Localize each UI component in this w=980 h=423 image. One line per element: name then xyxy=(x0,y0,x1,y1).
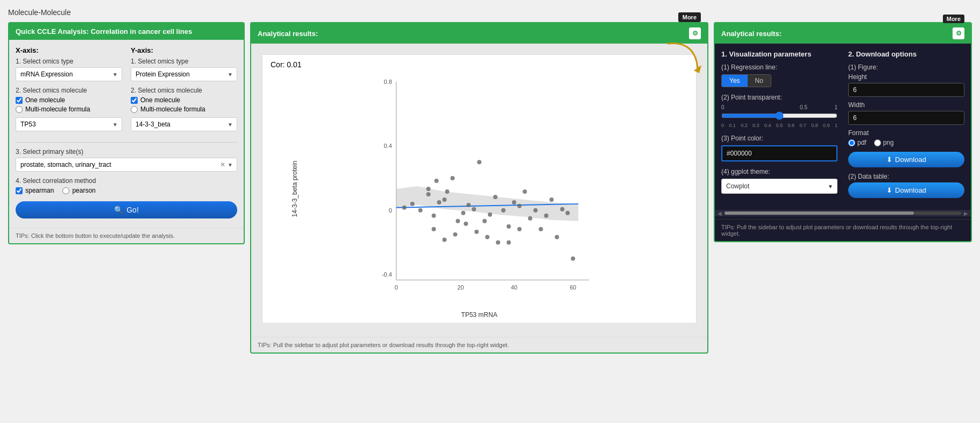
format-row: pdf png xyxy=(848,139,964,146)
more-tooltip: More xyxy=(678,12,701,22)
y-axis-chart-label: 14-3-3_beta protein xyxy=(291,161,299,217)
theme-select-wrapper: Cowplot Classic Minimal BW Default ▼ xyxy=(721,179,837,194)
x-multi-molecule-radio[interactable] xyxy=(16,106,23,113)
y-molecule-select[interactable]: 14-3-3_beta TP53 BRCA1 xyxy=(131,117,237,131)
x-multi-molecule-label: Multi-molecule formula xyxy=(25,105,90,113)
y-step2-label: 2. Select omics molecule xyxy=(131,87,237,94)
y-axis-title: Y-axis: xyxy=(131,46,237,54)
svg-point-44 xyxy=(453,232,457,237)
theme-select[interactable]: Cowplot Classic Minimal BW Default xyxy=(721,179,837,194)
svg-point-33 xyxy=(528,216,532,221)
svg-point-37 xyxy=(549,198,553,202)
format-pdf-label[interactable]: pdf xyxy=(848,139,867,146)
chart-container: Cor: 0.01 14-3-3_beta protein TP53 mRNA … xyxy=(262,54,697,323)
middle-panel: Analytical results: More ⚙ Cor: 0.01 14-… xyxy=(250,22,708,354)
svg-text:0: 0 xyxy=(389,207,392,214)
primary-sites-wrapper: prostate, stomach, urinary_tract ✕ ▼ xyxy=(16,158,237,172)
svg-point-46 xyxy=(474,230,479,234)
y-multi-molecule-radio[interactable] xyxy=(131,106,138,113)
svg-point-42 xyxy=(431,227,436,231)
y-molecule-type-group: One molecule Multi-molecule formula xyxy=(131,96,237,113)
spearman-checkbox[interactable] xyxy=(16,187,23,194)
svg-text:40: 40 xyxy=(511,284,517,291)
svg-point-18 xyxy=(442,198,446,202)
scroll-thumb[interactable] xyxy=(725,211,914,215)
width-input[interactable] xyxy=(848,111,964,125)
download-title: 2. Download options xyxy=(848,50,964,58)
spearman-label: spearman xyxy=(25,187,54,194)
correlation-method-section: 4. Select correlation method spearman pe… xyxy=(16,177,237,196)
download-table-btn[interactable]: ⬇ Download xyxy=(848,182,964,198)
slider-range-labels: 0 0.5 1 xyxy=(721,104,837,110)
svg-point-29 xyxy=(507,224,511,229)
search-icon: 🔍 xyxy=(114,206,123,214)
y-one-molecule-item: One molecule xyxy=(131,96,237,104)
step3-label: 3. Select primary site(s) xyxy=(16,148,237,156)
go-button[interactable]: 🔍 Go! xyxy=(16,201,237,218)
svg-point-31 xyxy=(517,204,522,208)
download-icon-2: ⬇ xyxy=(886,186,892,194)
scroll-right-arrow[interactable]: ▶ xyxy=(964,210,968,216)
svg-point-17 xyxy=(437,200,441,205)
svg-point-52 xyxy=(434,179,438,183)
right-panel-scrollbar[interactable]: ◀ ▶ xyxy=(715,210,971,216)
x-molecule-wrapper: TP53 BRCA1 MYC ▼ xyxy=(16,117,122,131)
primary-sites-clear[interactable]: ✕ xyxy=(220,161,225,168)
pearson-radio[interactable] xyxy=(62,187,69,194)
correlation-method-group: spearman pearson xyxy=(16,187,237,196)
svg-text:20: 20 xyxy=(457,284,464,291)
x-omics-type-select[interactable]: mRNA Expression Protein Expression CNV M… xyxy=(16,67,122,81)
svg-point-21 xyxy=(461,211,465,215)
format-png-label[interactable]: png xyxy=(874,139,894,146)
x-multi-molecule-item: Multi-molecule formula xyxy=(16,105,122,113)
svg-point-45 xyxy=(464,222,468,226)
x-step1-label: 1. Select omics type xyxy=(16,58,122,65)
x-molecule-select[interactable]: TP53 BRCA1 MYC xyxy=(16,117,122,131)
svg-point-13 xyxy=(410,202,415,206)
arrow-decoration xyxy=(663,38,706,76)
toggle-no-btn[interactable]: No xyxy=(748,75,771,87)
y-one-molecule-checkbox[interactable] xyxy=(131,97,138,104)
svg-point-41 xyxy=(571,256,575,260)
point-color-input[interactable] xyxy=(721,145,837,161)
svg-point-32 xyxy=(523,189,527,194)
format-pdf-radio[interactable] xyxy=(848,139,855,146)
height-label: Height xyxy=(848,73,964,81)
svg-point-50 xyxy=(517,227,522,231)
svg-point-39 xyxy=(560,207,564,211)
svg-point-40 xyxy=(565,211,570,215)
primary-sites-select[interactable]: prostate, stomach, urinary_tract xyxy=(16,158,237,172)
middle-panel-icon[interactable]: ⚙ xyxy=(689,27,701,39)
right-panel-icon[interactable]: ⚙ xyxy=(953,27,964,39)
format-png-radio[interactable] xyxy=(874,139,881,146)
viz-params-col: 1. Visualization parameters (1) Regressi… xyxy=(721,50,837,203)
transparency-slider[interactable] xyxy=(721,111,837,120)
right-panel-header: Analytical results: More ⚙ xyxy=(715,23,971,44)
app-title: Molecule-Molecule xyxy=(8,8,972,17)
left-panel-header: Quick CCLE Analysis: Correlation in canc… xyxy=(9,23,244,40)
height-input[interactable] xyxy=(848,83,964,97)
scroll-left-arrow[interactable]: ◀ xyxy=(718,210,722,216)
svg-point-38 xyxy=(555,235,559,239)
y-omics-type-select[interactable]: mRNA Expression Protein Expression CNV M… xyxy=(131,67,237,81)
svg-point-15 xyxy=(427,192,431,196)
svg-point-51 xyxy=(427,187,431,191)
data-table-label: (2) Data table: xyxy=(848,173,964,180)
format-label: Format xyxy=(848,129,964,137)
svg-text:0.8: 0.8 xyxy=(384,79,392,85)
download-figure-btn[interactable]: ⬇ Download xyxy=(848,152,964,167)
toggle-yes-btn[interactable]: Yes xyxy=(722,75,748,87)
point-transparent-label: (2) Point transparent: xyxy=(721,94,837,101)
slider-max-label: 1 xyxy=(834,104,837,110)
x-axis-title: X-axis: xyxy=(16,46,122,54)
svg-point-48 xyxy=(496,241,500,245)
svg-point-25 xyxy=(482,219,487,223)
slider-min-label: 0 xyxy=(721,104,725,110)
svg-point-14 xyxy=(418,208,423,213)
x-one-molecule-checkbox[interactable] xyxy=(16,97,23,104)
middle-panel-tips: TIPs: Pull the sidebar to adjust plot pa… xyxy=(251,337,707,352)
x-one-molecule-item: One molecule xyxy=(16,96,122,104)
x-axis-chart-label: TP53 mRNA xyxy=(461,311,497,319)
x-one-molecule-label: One molecule xyxy=(25,96,65,104)
format-png-text: png xyxy=(883,139,894,146)
